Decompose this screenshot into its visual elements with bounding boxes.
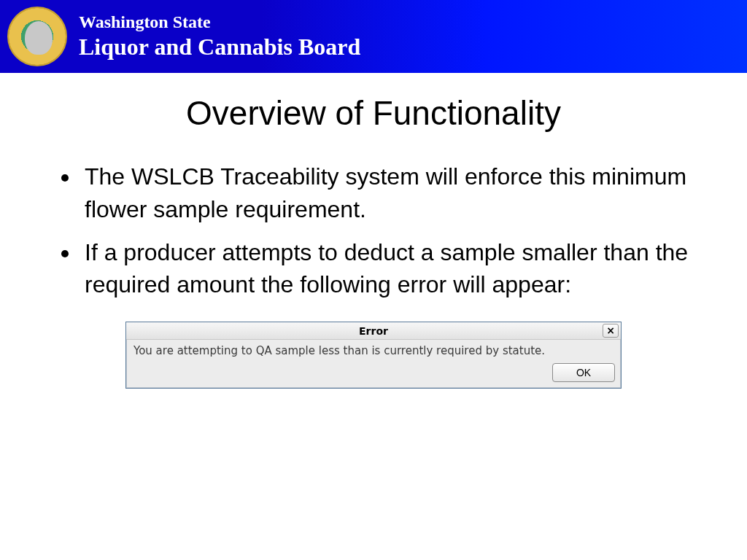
header-text: Washington State Liquor and Cannabis Boa… (79, 12, 360, 61)
error-button-row: OK (126, 360, 621, 388)
error-dialog: Error × You are attempting to QA sample … (125, 322, 622, 389)
header-line-1: Washington State (79, 12, 360, 32)
bullet-list: The WSLCB Traceability system will enfor… (80, 160, 703, 301)
ok-button[interactable]: OK (552, 363, 615, 382)
error-message: You are attempting to QA sample less tha… (126, 340, 621, 360)
error-title: Error (359, 325, 388, 337)
slide-header: Washington State Liquor and Cannabis Boa… (0, 0, 747, 73)
slide-title: Overview of Functionality (0, 93, 747, 133)
header-line-2: Liquor and Cannabis Board (79, 34, 360, 61)
error-titlebar: Error × (126, 322, 621, 340)
bullet-item: The WSLCB Traceability system will enfor… (80, 160, 703, 226)
bullet-item: If a producer attempts to deduct a sampl… (80, 236, 703, 302)
state-seal-icon (7, 7, 67, 66)
close-button[interactable]: × (603, 324, 619, 338)
